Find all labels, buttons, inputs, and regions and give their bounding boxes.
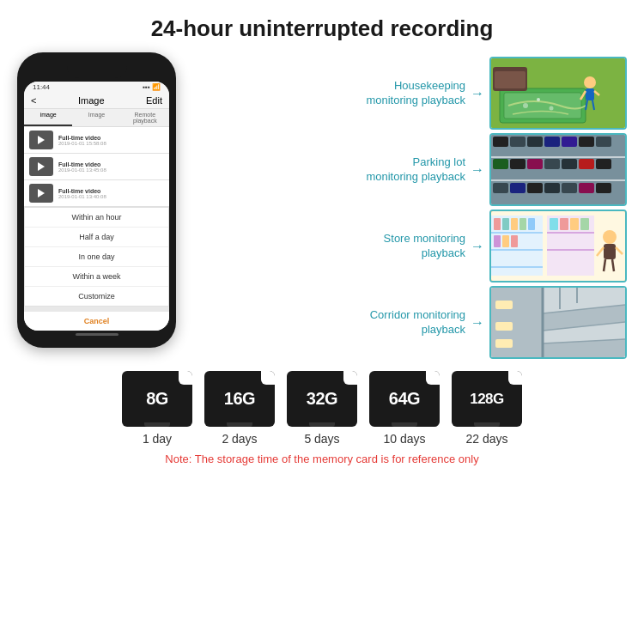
svg-rect-49 bbox=[494, 218, 501, 230]
scene-housekeeping bbox=[491, 58, 625, 128]
svg-rect-51 bbox=[511, 218, 518, 230]
phone-home-bar bbox=[24, 331, 169, 337]
svg-rect-35 bbox=[510, 183, 526, 193]
sd-notch-1 bbox=[227, 422, 252, 427]
svg-rect-32 bbox=[579, 159, 594, 169]
phone-home-line bbox=[76, 333, 118, 336]
sd-card-item-3: 64G 10 days bbox=[369, 371, 440, 446]
svg-rect-22 bbox=[527, 137, 543, 147]
sd-days-1: 2 days bbox=[222, 432, 257, 446]
play-icon-1 bbox=[38, 136, 45, 144]
phone-body: 11:44 ▪▪▪ 📶 < Image Edit image Image Rem… bbox=[17, 52, 176, 348]
phone-tab-remote[interactable]: Remote playback bbox=[121, 109, 169, 126]
sd-card-0: 8G bbox=[122, 371, 192, 427]
phone-mockup: 11:44 ▪▪▪ 📶 < Image Edit image Image Rem… bbox=[17, 52, 189, 348]
phone-dropdown: Within an hour Half a day In one day Wit… bbox=[24, 207, 169, 307]
video-info-2: Full-time video 2019-01-01 13:45:08 bbox=[58, 161, 106, 173]
sd-card-label-1: 16G bbox=[224, 389, 255, 409]
sd-card-label-0: 8G bbox=[146, 389, 168, 409]
video-date-2: 2019-01-01 13:45:08 bbox=[58, 167, 106, 173]
phone-tab-image2[interactable]: Image bbox=[72, 109, 120, 126]
page: 24-hour uninterrupted recording 11:44 ▪▪… bbox=[0, 0, 644, 644]
dropdown-item-0[interactable]: Within an hour bbox=[25, 208, 168, 228]
dropdown-item-1[interactable]: Half a day bbox=[25, 228, 168, 247]
svg-rect-39 bbox=[579, 183, 594, 193]
monitoring-label-3: Corridor monitoringplayback bbox=[197, 308, 465, 337]
connector-2: → bbox=[471, 239, 484, 254]
video-thumb-3 bbox=[29, 184, 53, 203]
phone-tab-image[interactable]: image bbox=[24, 109, 72, 126]
video-item-1[interactable]: Full-time video 2019-01-01 15:58:08 bbox=[24, 127, 169, 154]
page-title: 24-hour uninterrupted recording bbox=[0, 0, 644, 52]
sd-notch-0 bbox=[144, 422, 170, 427]
video-thumb-2 bbox=[29, 157, 53, 176]
sd-card-label-2: 32G bbox=[307, 389, 337, 409]
svg-rect-2 bbox=[504, 93, 581, 118]
phone-statusbar: 11:44 ▪▪▪ 📶 bbox=[24, 82, 169, 93]
svg-rect-57 bbox=[550, 218, 558, 230]
sd-days-3: 10 days bbox=[383, 432, 425, 446]
video-item-2[interactable]: Full-time video 2019-01-01 13:45:08 bbox=[24, 154, 169, 180]
svg-rect-58 bbox=[560, 218, 568, 230]
monitoring-row-3: Corridor monitoringplayback → bbox=[197, 286, 627, 359]
video-title-3: Full-time video bbox=[58, 188, 106, 194]
monitoring-section: Housekeepingmonitoring playback → bbox=[197, 52, 627, 359]
svg-rect-31 bbox=[562, 159, 577, 169]
svg-rect-40 bbox=[596, 183, 611, 193]
sd-card-item-1: 16G 2 days bbox=[204, 371, 275, 446]
svg-rect-28 bbox=[510, 159, 526, 169]
video-item-3[interactable]: Full-time video 2019-01-01 13:40:08 bbox=[24, 180, 169, 207]
svg-rect-24 bbox=[562, 137, 577, 147]
svg-rect-36 bbox=[527, 183, 543, 193]
sd-card-item-4: 128G 22 days bbox=[452, 371, 522, 446]
svg-point-61 bbox=[603, 230, 617, 244]
play-icon-2 bbox=[38, 162, 45, 171]
svg-rect-4 bbox=[586, 88, 594, 100]
phone-screen: 11:44 ▪▪▪ 📶 < Image Edit image Image Rem… bbox=[24, 82, 169, 331]
play-icon-3 bbox=[38, 189, 45, 197]
main-content: 11:44 ▪▪▪ 📶 < Image Edit image Image Rem… bbox=[0, 52, 644, 359]
sd-card-label-3: 64G bbox=[389, 389, 420, 409]
phone-tabs: image Image Remote playback bbox=[24, 109, 169, 127]
svg-rect-54 bbox=[494, 235, 501, 247]
video-info-1: Full-time video 2019-01-01 15:58:08 bbox=[58, 135, 106, 146]
svg-rect-29 bbox=[527, 159, 543, 169]
phone-notch bbox=[67, 63, 127, 78]
phone-back[interactable]: < bbox=[31, 95, 36, 106]
svg-rect-50 bbox=[502, 218, 509, 230]
note-section: Note: The storage time of the memory car… bbox=[0, 453, 644, 465]
dropdown-item-2[interactable]: In one day bbox=[25, 247, 168, 267]
svg-rect-23 bbox=[544, 137, 560, 147]
sd-card-item-2: 32G 5 days bbox=[287, 371, 357, 446]
cancel-button[interactable]: Cancel bbox=[24, 307, 169, 331]
scene-store bbox=[491, 211, 625, 281]
connector-3: → bbox=[471, 315, 484, 331]
svg-point-11 bbox=[523, 103, 528, 108]
svg-rect-20 bbox=[493, 137, 508, 147]
connector-1: → bbox=[471, 162, 484, 178]
dropdown-item-3[interactable]: Within a week bbox=[25, 267, 168, 287]
sd-card-2: 32G bbox=[287, 371, 357, 427]
svg-rect-53 bbox=[528, 218, 535, 230]
monitoring-label-1: Parking lotmonitoring playback bbox=[197, 155, 465, 185]
scene-corridor bbox=[491, 288, 625, 357]
sd-card-item-0: 8G 1 day bbox=[122, 371, 192, 446]
sd-card-3: 64G bbox=[369, 371, 440, 427]
svg-point-12 bbox=[537, 98, 540, 101]
svg-rect-38 bbox=[562, 183, 577, 193]
sd-notch-2 bbox=[309, 422, 335, 427]
svg-rect-34 bbox=[493, 183, 508, 193]
sd-notch-4 bbox=[474, 422, 500, 427]
video-thumb-1 bbox=[29, 131, 53, 149]
monitoring-img-3 bbox=[489, 286, 627, 359]
scene-parking bbox=[491, 135, 625, 204]
monitoring-img-1 bbox=[489, 133, 627, 206]
monitoring-label-0: Housekeepingmonitoring playback bbox=[197, 79, 465, 108]
svg-rect-27 bbox=[493, 159, 508, 169]
monitoring-img-2 bbox=[489, 210, 627, 283]
video-title-2: Full-time video bbox=[58, 161, 106, 167]
dropdown-item-4[interactable]: Customize bbox=[25, 287, 168, 306]
monitoring-row-1: Parking lotmonitoring playback → bbox=[197, 133, 627, 206]
monitoring-row-2: Store monitoringplayback → bbox=[197, 210, 627, 283]
phone-edit-btn[interactable]: Edit bbox=[146, 95, 162, 106]
